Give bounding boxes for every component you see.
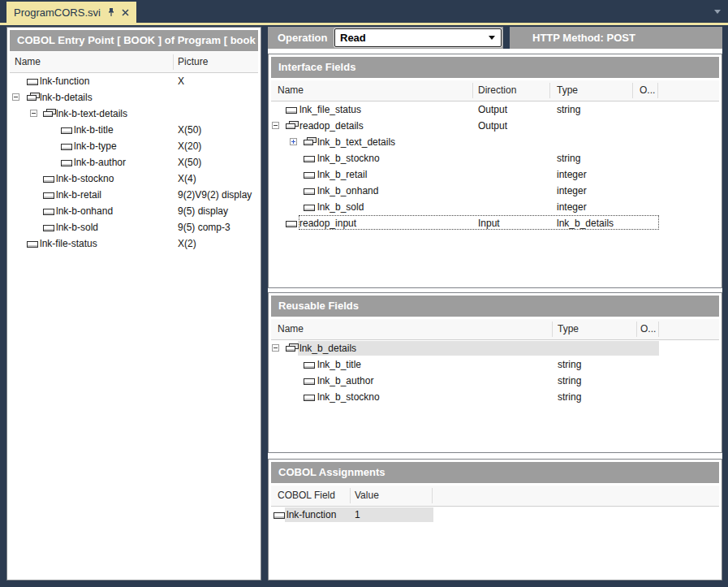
tree-row[interactable]: lnk-b-sold9(5) comp-3 (10, 219, 258, 235)
column-header-optional[interactable]: O... (640, 319, 656, 339)
operation-selected-value: Read (340, 29, 366, 46)
field-icon (274, 512, 285, 519)
row-type: string (558, 356, 581, 373)
tree-row[interactable]: lnk_b_retailinteger (271, 166, 719, 183)
document-tab-bar: ProgramCORS.svi (0, 0, 728, 23)
tree-row[interactable]: lnk-b-details (10, 89, 258, 106)
svi-editor-window: ProgramCORS.svi COBOL Entry Point [ BOOK… (0, 0, 728, 587)
column-header-value[interactable]: Value (355, 486, 379, 506)
group-icon (286, 121, 299, 131)
tree-row[interactable]: readop_inputInputlnk_b_details (271, 215, 719, 231)
expand-collapse-toggle[interactable] (290, 138, 297, 145)
column-divider[interactable] (173, 54, 174, 70)
row-name: lnk_b_onhand (317, 183, 378, 199)
tree-row[interactable]: lnk-b-typeX(20) (10, 138, 258, 154)
tree-row[interactable]: lnk-file-statusX(2) (10, 235, 258, 252)
column-divider[interactable] (552, 322, 553, 337)
column-divider[interactable] (350, 488, 351, 503)
row-direction: Input (478, 215, 500, 231)
column-header-name[interactable]: Name (15, 52, 41, 72)
cobol-entry-point-panel: COBOL Entry Point [ BOOK ] of Program [ … (6, 27, 261, 581)
expand-collapse-toggle[interactable] (12, 93, 19, 101)
tree-row[interactable]: lnk_b_details (271, 340, 719, 356)
column-divider[interactable] (636, 322, 637, 337)
field-icon (286, 107, 297, 114)
tree-row[interactable]: readop_detailsOutput (271, 118, 719, 134)
tree-row[interactable]: lnk-b-titleX(50) (10, 122, 258, 138)
column-header-name[interactable]: Name (278, 80, 304, 101)
row-type: integer (557, 166, 587, 183)
cobol-assignments-title: COBOL Assignments (271, 462, 719, 483)
interface-fields-section: Interface Fields Name Direction Type O..… (268, 54, 722, 288)
column-header-type[interactable]: Type (557, 80, 578, 101)
row-name: lnk-b-title (74, 122, 114, 138)
row-picture: 9(5) comp-3 (178, 219, 230, 235)
tree-row[interactable]: lnk-b-onhand9(5) display (10, 203, 258, 219)
expand-collapse-toggle[interactable] (30, 110, 37, 117)
tree-row[interactable]: lnk-functionX (10, 73, 258, 89)
tree-row[interactable]: lnk_b_stocknostring (271, 389, 719, 405)
row-type: string (557, 150, 580, 166)
operation-label: Operation (278, 32, 327, 44)
row-picture: X(2) (178, 235, 196, 252)
reusable-fields-title: Reusable Fields (271, 296, 719, 317)
right-column: Interface Fields Name Direction Type O..… (268, 49, 722, 581)
tree-row[interactable]: lnk_b_titlestring (271, 356, 719, 373)
tab-programcors-svi[interactable]: ProgramCORS.svi (6, 2, 136, 23)
tree-row[interactable]: lnk_b_soldinteger (271, 199, 719, 215)
expand-collapse-toggle[interactable] (272, 122, 279, 129)
column-divider[interactable] (432, 488, 433, 503)
tree-row[interactable]: lnk_b_onhandinteger (271, 183, 719, 199)
row-name: lnk_b_retail (317, 166, 367, 183)
reusable-fields-header: Name Type O... (271, 319, 719, 340)
row-type: string (557, 101, 580, 118)
column-header-optional[interactable]: O... (640, 80, 655, 101)
tree-row[interactable]: lnk-b-retail9(2)V9(2) display (10, 187, 258, 203)
column-header-cobol-field[interactable]: COBOL Field (278, 486, 335, 506)
expand-collapse-toggle[interactable] (272, 344, 279, 352)
tree-row[interactable]: lnk_b_stocknostring (271, 150, 719, 166)
tree-row[interactable]: lnk_b_text_details (271, 134, 719, 150)
column-divider[interactable] (472, 83, 473, 98)
column-divider[interactable] (657, 83, 658, 98)
column-header-type[interactable]: Type (558, 319, 579, 339)
row-name: readop_input (299, 215, 356, 231)
http-method-bar: HTTP Method: POST (510, 27, 722, 49)
column-divider[interactable] (658, 322, 659, 337)
tree-row[interactable]: lnk-function1 (271, 507, 719, 523)
row-name: lnk-function (40, 73, 89, 89)
close-icon[interactable] (122, 9, 129, 16)
row-picture: X(4) (178, 170, 196, 187)
field-icon (27, 79, 38, 85)
row-value: 1 (355, 507, 360, 523)
field-icon (61, 127, 72, 134)
interface-fields-title: Interface Fields (271, 57, 719, 78)
row-type: string (558, 373, 581, 389)
column-header-name[interactable]: Name (278, 319, 304, 339)
tree-row[interactable]: lnk-b-stocknoX(4) (10, 170, 258, 187)
column-header-picture[interactable]: Picture (178, 52, 208, 72)
interface-fields-header: Name Direction Type O... (271, 80, 719, 101)
operation-select[interactable]: Read (334, 28, 502, 47)
http-method-label: HTTP Method: POST (532, 32, 635, 44)
column-divider[interactable] (632, 83, 633, 98)
pin-icon[interactable] (107, 7, 115, 17)
field-icon (304, 362, 315, 369)
tree-row[interactable]: lnk_file_statusOutputstring (271, 101, 719, 118)
row-type: lnk_b_details (557, 215, 614, 231)
tree-row[interactable]: lnk-b-authorX(50) (10, 154, 258, 170)
chevron-down-icon[interactable] (714, 10, 721, 14)
row-type: string (558, 389, 581, 405)
row-name: lnk_b_stockno (317, 150, 380, 166)
column-header-direction[interactable]: Direction (478, 80, 516, 101)
column-divider[interactable] (549, 83, 550, 98)
row-name: lnk-b-details (40, 89, 93, 106)
row-picture: X(50) (178, 122, 201, 138)
field-icon (304, 156, 315, 162)
field-icon (304, 205, 315, 211)
tree-row[interactable]: lnk-b-text-details (10, 106, 258, 122)
row-picture: X(20) (178, 138, 201, 154)
tree-row[interactable]: lnk_b_authorstring (271, 373, 719, 389)
row-name: lnk_b_details (299, 340, 356, 356)
field-icon (27, 241, 38, 248)
